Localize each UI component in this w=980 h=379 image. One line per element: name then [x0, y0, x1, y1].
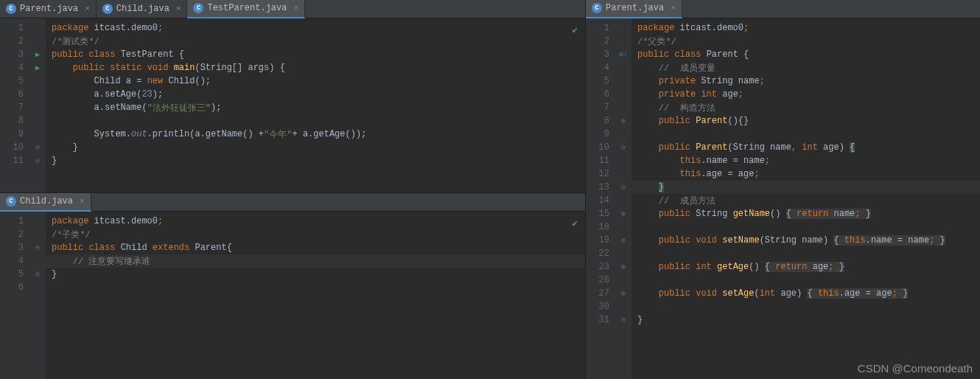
- code-line[interactable]: public class TestParent {: [46, 48, 585, 61]
- code-line[interactable]: public class Child extends Parent{: [46, 241, 585, 254]
- code-line[interactable]: this.name = name;: [631, 154, 980, 167]
- fold-icon[interactable]: ⊖: [621, 143, 626, 152]
- code-line[interactable]: [631, 300, 980, 313]
- code-line[interactable]: /*父类*/: [631, 35, 980, 48]
- java-class-icon: C: [193, 3, 203, 13]
- tab-testparent-java[interactable]: CTestParent.java×: [187, 0, 305, 18]
- code-line[interactable]: public Parent(String name, int age) {: [631, 141, 980, 154]
- tab-parent-java[interactable]: CParent.java×: [0, 0, 97, 18]
- code-line[interactable]: // 成员变量: [631, 61, 980, 74]
- run-gutter-icon[interactable]: ▶: [35, 63, 40, 72]
- code-line[interactable]: package itcast.demo0;: [46, 21, 585, 35]
- close-icon[interactable]: ×: [293, 4, 298, 13]
- status-ok-icon: ✔: [572, 24, 578, 36]
- code-line[interactable]: public Parent(){}: [631, 114, 980, 128]
- code-line[interactable]: public void setAge(int age) { this.age =…: [631, 287, 980, 300]
- code-line[interactable]: public String getName() { return name; }: [631, 207, 980, 220]
- fold-icon[interactable]: ⊖: [621, 183, 626, 192]
- code-line[interactable]: package itcast.demo0;: [46, 215, 585, 228]
- code-line[interactable]: private String name;: [631, 74, 980, 88]
- code-line[interactable]: public class Parent {: [631, 48, 980, 61]
- tab-label: Child.java: [116, 4, 169, 14]
- editor-pane-top-left[interactable]: CParent.java×CChild.java×CTestParent.jav…: [0, 0, 585, 193]
- code-line[interactable]: Child a = new Child();: [46, 74, 585, 88]
- close-icon[interactable]: ×: [80, 197, 85, 206]
- line-numbers[interactable]: 123456: [0, 212, 29, 379]
- fold-gutter[interactable]: ⊖⊖: [29, 212, 46, 379]
- fold-icon[interactable]: ⊖: [621, 316, 626, 324]
- line-numbers[interactable]: 1234567891011: [0, 18, 29, 192]
- code-line[interactable]: [46, 114, 585, 128]
- code-line[interactable]: package itcast.demo0;: [631, 21, 980, 35]
- tab-label: Parent.java: [20, 4, 78, 14]
- fold-icon[interactable]: ⊕: [621, 262, 626, 271]
- fold-icon[interactable]: ⊖: [35, 143, 40, 152]
- code-line[interactable]: // 成员方法: [631, 194, 980, 207]
- code-content[interactable]: package itcast.demo0;/*测试类*/public class…: [46, 18, 585, 192]
- code-line[interactable]: this.age = age;: [631, 167, 980, 181]
- tab-label: TestParent.java: [207, 3, 287, 13]
- java-class-icon: C: [6, 196, 16, 206]
- fold-icon[interactable]: ⊖: [35, 156, 40, 165]
- fold-gutter[interactable]: ▶▶⊖⊖: [29, 18, 46, 192]
- editor-pane-bottom-left[interactable]: CChild.java× 123456 ⊖⊖ package itcast.de…: [0, 193, 585, 379]
- tab-bar: CChild.java×: [0, 193, 585, 212]
- tab-bar: CParent.java×CChild.java×CTestParent.jav…: [0, 0, 585, 18]
- close-icon[interactable]: ×: [85, 4, 90, 13]
- code-line[interactable]: [631, 128, 980, 141]
- code-line[interactable]: /*子类*/: [46, 228, 585, 241]
- code-line[interactable]: public void setName(String name) { this.…: [631, 234, 980, 247]
- java-class-icon: C: [6, 4, 16, 14]
- fold-icon[interactable]: ⊕: [621, 209, 626, 218]
- code-line[interactable]: public int getAge() { return age; }: [631, 260, 980, 274]
- tab-bar: CParent.java×: [586, 0, 980, 18]
- tab-child-java[interactable]: CChild.java×: [97, 0, 188, 18]
- status-ok-icon: ✔: [572, 218, 578, 229]
- code-line[interactable]: System.out.println(a.getName() +"今年"+ a.…: [46, 128, 585, 141]
- code-line[interactable]: }: [46, 268, 585, 281]
- code-line[interactable]: private int age;: [631, 88, 980, 101]
- tab-label: Child.java: [20, 196, 73, 206]
- code-line[interactable]: [631, 274, 980, 287]
- code-line[interactable]: public static void main(String[] args) {: [46, 61, 585, 74]
- tab-parent-java[interactable]: CParent.java×: [586, 0, 682, 18]
- watermark: CSDN @Comeondeath: [858, 362, 973, 375]
- fold-icon[interactable]: ⊖: [35, 243, 40, 252]
- java-class-icon: C: [102, 4, 113, 14]
- code-line[interactable]: [46, 281, 585, 294]
- java-class-icon: C: [592, 3, 602, 13]
- fold-icon[interactable]: ⊕: [621, 117, 626, 125]
- code-line[interactable]: a.setName("法外狂徒张三");: [46, 101, 585, 114]
- editor-pane-right[interactable]: CParent.java× 12345678910111213141518192…: [586, 0, 980, 379]
- override-gutter-icon[interactable]: o↓: [620, 51, 628, 58]
- code-line[interactable]: [631, 220, 980, 234]
- code-line[interactable]: }: [46, 141, 585, 154]
- tab-label: Parent.java: [606, 3, 664, 13]
- tab-child-java[interactable]: CChild.java×: [0, 193, 91, 212]
- code-line[interactable]: // 注意要写继承谁: [46, 254, 585, 268]
- fold-icon[interactable]: ⊖: [35, 270, 40, 279]
- close-icon[interactable]: ×: [671, 4, 676, 13]
- code-line[interactable]: a.setAge(23);: [46, 88, 585, 101]
- code-line[interactable]: }: [46, 154, 585, 167]
- code-line[interactable]: [631, 247, 980, 260]
- code-line[interactable]: // 构造方法: [631, 101, 980, 114]
- fold-icon[interactable]: ⊕: [621, 289, 626, 298]
- fold-gutter[interactable]: o↓⊕⊖⊖⊕⊕⊕⊕⊖: [615, 18, 631, 379]
- close-icon[interactable]: ×: [176, 4, 181, 13]
- code-line[interactable]: }: [631, 181, 980, 194]
- code-line[interactable]: /*测试类*/: [46, 35, 585, 48]
- run-gutter-icon[interactable]: ▶: [35, 50, 40, 59]
- code-line[interactable]: }: [631, 313, 980, 327]
- code-content[interactable]: package itcast.demo0;/*父类*/public class …: [631, 18, 980, 379]
- fold-icon[interactable]: ⊕: [621, 236, 626, 245]
- line-numbers[interactable]: 1234567891011121314151819222326273031: [586, 18, 615, 379]
- code-content[interactable]: package itcast.demo0;/*子类*/public class …: [46, 212, 585, 379]
